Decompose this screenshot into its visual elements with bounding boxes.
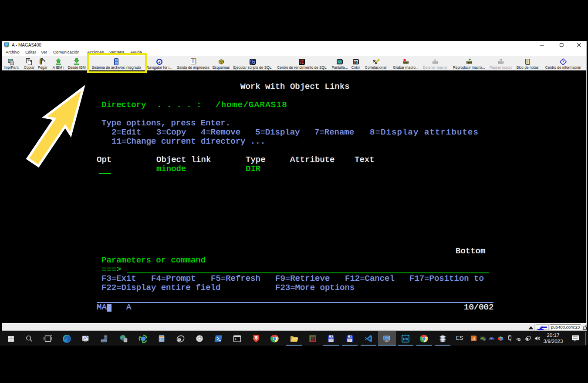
svg-text:?: ? [562,60,564,64]
svg-text:SQL: SQL [299,59,304,62]
svg-text:Ps: Ps [403,337,408,341]
